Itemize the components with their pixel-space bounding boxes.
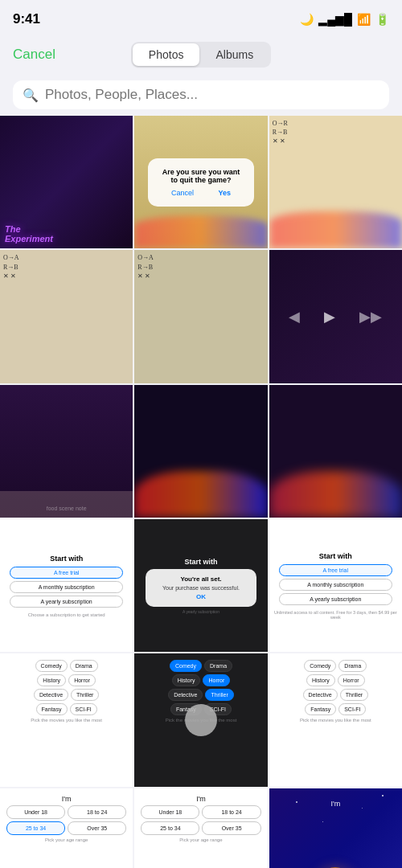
genre-fantasy-left[interactable]: Fantasy (36, 703, 68, 715)
photo-cell-lights1[interactable] (134, 385, 267, 518)
photo-grid: TheExperiment Are you sure you want to q… (0, 116, 402, 868)
start-note-mid: A yearly subscription (183, 609, 219, 614)
search-bar: 🔍 (13, 80, 389, 109)
photo-cell-table[interactable]: food scene note (0, 385, 133, 518)
quit-dialog: Are you sure you want to quit the game? … (148, 158, 254, 207)
photo-cell-dialog[interactable]: Are you sure you want to quit the game? … (134, 116, 267, 248)
age-over35-mid[interactable]: Over 35 (202, 821, 260, 835)
photo-cell-genre-mid: Comedy Drama History Horror Detective Th… (134, 653, 267, 786)
genre-horror-left[interactable]: Horror (68, 674, 96, 686)
genre-comedy-right[interactable]: Comedy (304, 660, 336, 672)
age-under18-mid[interactable]: Under 18 (141, 805, 199, 819)
genre-history-right[interactable]: History (306, 674, 335, 686)
photo-cell-lights2[interactable] (269, 385, 402, 518)
age-grid-mid: Under 18 18 to 24 25 to 34 Over 35 (141, 805, 260, 835)
age-note-left: Pick your age range (45, 837, 88, 842)
genre-detective-right[interactable]: Detective (303, 689, 338, 701)
genre-horror-mid[interactable]: Horror (203, 674, 230, 686)
cell-caption: food scene note (0, 502, 133, 514)
genre-thriller-right[interactable]: Thriller (340, 689, 368, 701)
status-bar: 9:41 🌙 ▂▄▆█ 📶 🔋 (0, 0, 402, 35)
paper-handwriting-4: O→AR→B✕ ✕ (0, 250, 133, 284)
genre-drama-right[interactable]: Drama (338, 660, 367, 672)
genre-drama-mid[interactable]: Drama (204, 660, 232, 672)
age-title-left: I'm (62, 795, 72, 803)
photo-cell-paper-red[interactable]: O→RR→B✕ ✕ (269, 116, 402, 248)
photo-cell-age-right: I'm (269, 788, 402, 868)
age-18to24-mid[interactable]: 18 to 24 (202, 805, 260, 819)
search-input[interactable] (45, 87, 379, 103)
dialog-cancel[interactable]: Cancel (171, 189, 194, 197)
photo-cell-start-right: Start with A free trial A monthly subscr… (269, 519, 402, 652)
age-25to34-mid[interactable]: 25 to 34 (141, 821, 199, 835)
genre-scifi-left[interactable]: SCI-FI (70, 703, 97, 715)
photos-tab[interactable]: Photos (133, 43, 200, 66)
purchase-success-dialog: You're all set. Your purchase was succes… (146, 569, 256, 607)
genre-note-right: Pick the movies you like the most (300, 718, 371, 723)
status-icons: 🌙 ▂▄▆█ 📶 🔋 (300, 13, 389, 26)
age-note-mid: Pick your age range (179, 837, 222, 842)
search-icon: 🔍 (23, 88, 39, 103)
status-time: 9:41 (13, 11, 40, 27)
start-note-right: Unlimited access to all content. Free fo… (273, 610, 399, 620)
signal-icon: ▂▄▆█ (318, 13, 352, 26)
photo-cell-video[interactable]: ◀ ▶ ▶▶ (269, 250, 402, 383)
dialog-yes[interactable]: Yes (218, 189, 231, 197)
moon-icon: 🌙 (300, 13, 314, 26)
genre-history-left[interactable]: History (37, 674, 66, 686)
photo-cell-genre-right: Comedy Drama History Horror Detective Th… (269, 653, 402, 786)
segment-control: Photos Albums (131, 42, 271, 68)
genre-scifi-right[interactable]: SCI-FI (338, 703, 366, 715)
play-icon[interactable]: ▶ (324, 308, 335, 326)
start-free-right[interactable]: A free trial (279, 564, 393, 576)
photo-cell-age-left: I'm Under 18 18 to 24 25 to 34 Over 35 P… (0, 788, 133, 868)
dialog-title: Are you sure you want to quit the game? (159, 168, 243, 184)
paper-handwriting-5: O→AR→B✕ ✕ (134, 250, 267, 284)
photo-cell-paper2[interactable]: O→AR→B✕ ✕ (0, 250, 133, 383)
genre-detective-left[interactable]: Detective (34, 689, 68, 701)
age-title-mid: I'm (196, 795, 206, 803)
start-monthly-right[interactable]: A monthly subscription (279, 579, 393, 591)
genre-comedy-mid[interactable]: Comedy (170, 660, 202, 672)
photo-cell-purchase: Start with You're all set. Your purchase… (134, 519, 267, 652)
photo-cell-paper3[interactable]: O→AR→B✕ ✕ (134, 250, 267, 383)
photo-cell-age-mid: I'm Under 18 18 to 24 25 to 34 Over 35 P… (134, 788, 267, 868)
age-25to34-left[interactable]: 25 to 34 (6, 821, 65, 835)
start-yearly-right[interactable]: A yearly subscription (279, 593, 393, 605)
genre-thriller-left[interactable]: Thriller (71, 689, 99, 701)
age-over35-left[interactable]: Over 35 (68, 821, 126, 835)
photo-cell-start-left: Start with A free trial A monthly subscr… (0, 519, 133, 652)
battery-icon: 🔋 (375, 13, 389, 26)
age-under18-left[interactable]: Under 18 (6, 805, 65, 819)
photo-cell-experiment[interactable]: TheExperiment (0, 116, 133, 248)
start-yearly-left[interactable]: A yearly subscription (10, 596, 124, 608)
genre-note-left: Pick the movies you like the most (31, 718, 102, 723)
experiment-text: TheExperiment (5, 224, 53, 244)
start-note-left: Choose a subscription to get started (28, 612, 105, 617)
wifi-icon: 📶 (357, 13, 371, 26)
genre-comedy-left[interactable]: Comedy (35, 660, 68, 672)
next-arrow-icon[interactable]: ▶▶ (359, 308, 382, 326)
genre-thriller-mid[interactable]: Thriller (205, 689, 233, 701)
genre-fantasy-right[interactable]: Fantasy (305, 703, 336, 715)
genre-detective-mid[interactable]: Detective (168, 689, 203, 701)
age-18to24-left[interactable]: 18 to 24 (68, 805, 126, 819)
genre-drama-left[interactable]: Drama (70, 660, 98, 672)
genre-horror-right[interactable]: Horror (338, 674, 365, 686)
start-monthly-left[interactable]: A monthly subscription (10, 581, 124, 593)
paper-handwriting-3: O→RR→B✕ ✕ (269, 116, 402, 149)
start-title-right: Start with (319, 552, 352, 560)
purchase-success-body: Your purchase was successful. (152, 585, 250, 591)
start-free-left[interactable]: A free trial (10, 567, 124, 579)
spinner-overlay (185, 704, 217, 736)
cancel-button[interactable]: Cancel (13, 47, 55, 63)
prev-arrow-icon[interactable]: ◀ (289, 308, 300, 326)
albums-tab[interactable]: Albums (199, 43, 269, 66)
genre-history-mid[interactable]: History (172, 674, 201, 686)
age-title-right: I'm (330, 800, 340, 808)
purchase-ok-btn[interactable]: OK (152, 593, 250, 600)
age-grid-left: Under 18 18 to 24 25 to 34 Over 35 (6, 805, 126, 835)
top-nav: Cancel Photos Albums (0, 35, 402, 74)
start-title-left: Start with (50, 555, 83, 563)
purchase-success-title: You're all set. (152, 575, 250, 583)
